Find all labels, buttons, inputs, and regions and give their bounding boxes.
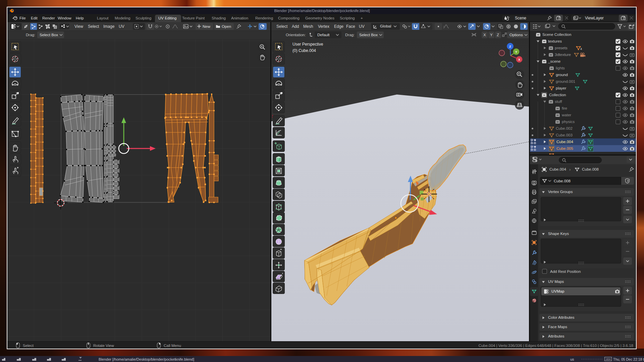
svg-text:X: X [518,58,520,61]
svg-text:Y: Y [515,50,517,54]
svg-text:Z: Z [509,45,511,48]
